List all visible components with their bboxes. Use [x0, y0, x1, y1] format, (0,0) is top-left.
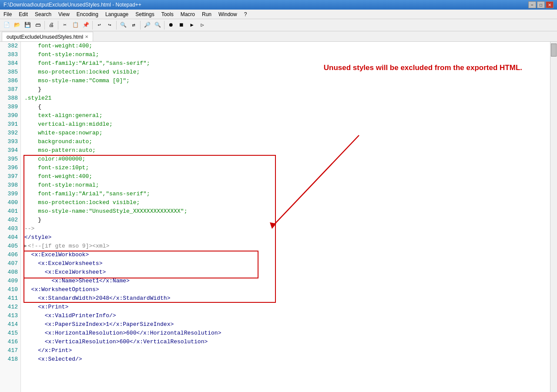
titlebar-title: F:\Download\outputExcludeUnusedStyles.ht… [3, 2, 141, 8]
line-number: 393 [3, 137, 18, 146]
code-line: <x:ExcelWorksheet> [24, 268, 554, 277]
code-line: mso-protection:locked visible; [24, 198, 554, 207]
tab-label: outputExcludeUnusedStyles.html [7, 34, 83, 40]
replace-button[interactable]: ⇄ [129, 20, 138, 30]
code-line: color:#000000; [24, 155, 554, 164]
menu-language[interactable]: Language [102, 10, 132, 19]
line-number: 410 [3, 285, 18, 294]
line-number: 401 [3, 207, 18, 216]
menu-macro[interactable]: Macro [177, 10, 198, 19]
line-number: 384 [3, 59, 18, 68]
menu-help[interactable]: ? [241, 10, 251, 19]
toolbar-sep-6 [164, 21, 164, 30]
line-number: 385 [3, 68, 18, 77]
find-button[interactable]: 🔍 [118, 20, 128, 30]
code-line: <x:ExcelWorkbook> [24, 251, 554, 259]
code-line: <x:HorizontalResolution>600</x:Horizonta… [24, 329, 554, 338]
code-line: <x:Selected/> [24, 355, 554, 364]
new-button[interactable]: 📄 [2, 20, 11, 30]
code-line: <x:WorksheetOptions> [24, 285, 554, 294]
zoom-in-button[interactable]: 🔎 [142, 20, 152, 30]
line-number: 409 [3, 277, 18, 285]
menu-edit[interactable]: Edit [15, 10, 31, 19]
line-number: 382 [3, 42, 18, 50]
scrollbar-vertical[interactable] [550, 42, 557, 392]
menubar: File Edit Search View Encoding Language … [0, 10, 557, 19]
menu-file[interactable]: File [0, 10, 15, 19]
macro-stop-button[interactable]: ⏹ [177, 20, 186, 30]
line-number: 396 [3, 164, 18, 172]
menu-search[interactable]: Search [31, 10, 55, 19]
line-number: 417 [3, 346, 18, 355]
toolbar-sep-1 [44, 21, 45, 30]
titlebar: F:\Download\outputExcludeUnusedStyles.ht… [0, 0, 557, 10]
toolbar-sep-4 [116, 21, 117, 30]
menu-run[interactable]: Run [198, 10, 215, 19]
line-number: 411 [3, 294, 18, 303]
line-number: 398 [3, 181, 18, 190]
code-line: font-style:normal; [24, 181, 554, 190]
line-number: 386 [3, 77, 18, 85]
line-number: 412 [3, 303, 18, 312]
line-number: 404 [3, 233, 18, 242]
code-line: <x:Name>Sheet1</x:Name> [24, 277, 554, 285]
line-number: 395 [3, 155, 18, 164]
undo-button[interactable]: ↩ [94, 20, 104, 30]
code-line: <x:Print> [24, 303, 554, 312]
tab-close-icon[interactable]: ✕ [85, 34, 88, 39]
line-number: 402 [3, 216, 18, 224]
macro-record-button[interactable]: ⏺ [166, 20, 176, 30]
code-line: <x:PaperSizeIndex>1</x:PaperSizeIndex> [24, 320, 554, 329]
menu-encoding[interactable]: Encoding [73, 10, 102, 19]
menu-view[interactable]: View [55, 10, 73, 19]
line-number: 408 [3, 268, 18, 277]
code-line: font-style:normal; [24, 50, 554, 59]
close-button[interactable]: ✕ [546, 1, 554, 8]
line-number: 397 [3, 172, 18, 181]
line-numbers: 3823833843853863873883893903913923933943… [0, 42, 21, 392]
code-line: font-size:10pt; [24, 164, 554, 172]
menu-settings[interactable]: Settings [132, 10, 158, 19]
code-line: mso-style-name:"UnusedStyle_XXXXXXXXXXXX… [24, 207, 554, 216]
code-line: mso-style-name:"Comma [0]"; [24, 77, 554, 85]
code-line: } [24, 216, 554, 224]
copy-button[interactable]: 📋 [70, 20, 80, 30]
save-all-button[interactable]: 🗃 [33, 20, 43, 30]
code-content: font-weight:400; font-style:normal; font… [21, 42, 557, 364]
minimize-button[interactable]: − [528, 1, 536, 8]
code-line: text-align:general; [24, 111, 554, 120]
tabbar: outputExcludeUnusedStyles.html ✕ [0, 31, 557, 42]
open-button[interactable]: 📂 [12, 20, 22, 30]
code-area[interactable]: font-weight:400; font-style:normal; font… [21, 42, 557, 392]
line-number: 383 [3, 50, 18, 59]
line-number: 390 [3, 111, 18, 120]
save-button[interactable]: 💾 [23, 20, 32, 30]
code-line: ▶<!--[if gte mso 9]><xml> [24, 242, 554, 251]
menu-window[interactable]: Window [215, 10, 241, 19]
line-number: 388 [3, 94, 18, 103]
scrollbar-thumb[interactable] [551, 44, 557, 57]
code-line: .style21 [24, 94, 554, 103]
toolbar-sep-3 [92, 21, 93, 30]
line-number: 406 [3, 251, 18, 259]
line-number: 405 [3, 242, 18, 251]
zoom-out-button[interactable]: 🔍 [153, 20, 162, 30]
code-line: vertical-align:middle; [24, 120, 554, 129]
code-line: background:auto; [24, 137, 554, 146]
run-button[interactable]: ▷ [198, 20, 207, 30]
paste-button[interactable]: 📌 [81, 20, 91, 30]
file-tab[interactable]: outputExcludeUnusedStyles.html ✕ [2, 32, 93, 41]
code-line: font-family:"Arial","sans-serif"; [24, 190, 554, 198]
menu-tools[interactable]: Tools [158, 10, 177, 19]
line-number: 392 [3, 129, 18, 137]
macro-play-button[interactable]: ▶ [187, 20, 197, 30]
code-line: --> [24, 224, 554, 233]
code-line: font-family:"Arial","sans-serif"; [24, 59, 554, 68]
maximize-button[interactable]: □ [537, 1, 545, 8]
redo-button[interactable]: ↪ [105, 20, 114, 30]
code-line: <x:StandardWidth>2048</x:StandardWidth> [24, 294, 554, 303]
code-line: mso-pattern:auto; [24, 146, 554, 155]
code-line: </style> [24, 233, 554, 242]
cut-button[interactable]: ✂ [60, 20, 70, 30]
print-button[interactable]: 🖨 [47, 20, 56, 30]
